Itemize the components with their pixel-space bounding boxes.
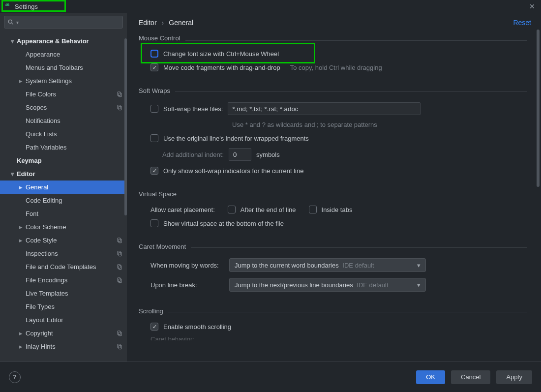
reset-link[interactable]: Reset	[513, 19, 531, 27]
tree-system-settings[interactable]: ▸System Settings	[0, 74, 127, 88]
tree-quick-lists[interactable]: Quick Lists	[0, 127, 127, 141]
tree-editor[interactable]: ▾ Editor	[0, 167, 127, 181]
by-words-label: When moving by words:	[150, 262, 224, 269]
svg-point-1	[8, 4, 8, 5]
apply-button[interactable]: Apply	[496, 370, 532, 384]
move-fragments-checkbox[interactable]	[150, 63, 158, 71]
inside-tabs-checkbox[interactable]	[309, 206, 317, 213]
svg-point-2	[8, 20, 12, 23]
tree-code-style[interactable]: ▸Code Style	[0, 234, 127, 247]
svg-rect-11	[119, 252, 121, 256]
breadcrumb-sep: ›	[162, 19, 164, 27]
project-badge-icon	[116, 91, 123, 98]
chevron-right-icon: ▸	[16, 330, 26, 337]
footer: ? OK Cancel Apply	[0, 362, 541, 392]
chevron-right-icon: ▸	[16, 77, 26, 85]
cancel-button[interactable]: Cancel	[451, 370, 490, 384]
tree-scopes[interactable]: Scopes	[0, 101, 127, 114]
svg-rect-5	[119, 93, 121, 97]
move-fragments-label: Move code fragments with drag-and-drop	[163, 64, 280, 71]
additional-indent-input[interactable]	[229, 148, 251, 161]
sidebar: ▾ ▾ Appearance & Behavior Appearance Men…	[0, 13, 127, 362]
tree-appearance[interactable]: Appearance	[0, 48, 127, 61]
section-scrolling-title: Scrolling	[139, 307, 163, 315]
search-icon	[7, 19, 14, 26]
svg-rect-18	[118, 344, 120, 348]
project-badge-icon	[116, 250, 123, 257]
show-virtual-space-checkbox[interactable]	[150, 219, 158, 227]
move-fragments-hint: To copy, hold Ctrl while dragging	[290, 64, 382, 71]
tree-font[interactable]: Font	[0, 207, 127, 220]
chevron-right-icon: ▸	[16, 183, 26, 191]
window-title: Settings	[15, 3, 38, 10]
ok-button[interactable]: OK	[416, 370, 445, 384]
svg-line-3	[12, 23, 13, 25]
settings-tree: ▾ Appearance & Behavior Appearance Menus…	[0, 31, 127, 362]
smooth-scroll-checkbox[interactable]	[150, 323, 158, 331]
tree-file-encodings[interactable]: File Encodings	[0, 273, 127, 287]
svg-rect-4	[118, 91, 120, 95]
svg-rect-10	[118, 251, 120, 255]
tree-path-variables[interactable]: Path Variables	[0, 141, 127, 154]
tree-live-templates[interactable]: Live Templates	[0, 287, 127, 300]
chevron-down-icon: ▾	[8, 37, 17, 45]
project-badge-icon	[116, 330, 123, 337]
breadcrumb-editor[interactable]: Editor	[139, 19, 157, 27]
project-badge-icon	[116, 277, 123, 284]
project-badge-icon	[116, 343, 123, 350]
android-logo-icon	[4, 3, 11, 10]
tree-file-code-templates[interactable]: File and Code Templates	[0, 260, 127, 273]
help-button[interactable]: ?	[9, 371, 21, 383]
svg-rect-19	[119, 345, 121, 349]
by-words-select[interactable]: Jump to the current word boundaries IDE …	[229, 258, 426, 272]
only-show-indicators-checkbox[interactable]	[150, 167, 158, 175]
tree-layout-editor[interactable]: Layout Editor	[0, 313, 127, 327]
tree-inspections[interactable]: Inspections	[0, 247, 127, 260]
soft-wrap-checkbox[interactable]	[150, 105, 158, 113]
chevron-right-icon: ▸	[16, 223, 26, 231]
only-show-indicators-label: Only show soft-wrap indicators for the c…	[163, 167, 303, 175]
change-font-checkbox[interactable]	[150, 50, 158, 58]
tree-color-scheme[interactable]: ▸Color Scheme	[0, 220, 127, 234]
section-virtual-space-title: Virtual Space	[139, 190, 177, 198]
svg-rect-8	[118, 238, 120, 241]
svg-rect-12	[118, 264, 120, 268]
soft-wrap-patterns-input[interactable]	[228, 102, 421, 115]
tree-inlay-hints[interactable]: ▸Inlay Hints	[0, 340, 127, 353]
breadcrumb: Editor › General	[139, 19, 193, 27]
section-mouse-title: Mouse Control	[139, 34, 180, 42]
chevron-right-icon: ▸	[16, 237, 26, 244]
chevron-down-icon: ▾	[8, 170, 17, 178]
tree-notifications[interactable]: Notifications	[0, 114, 127, 127]
section-softwraps-title: Soft Wraps	[139, 87, 170, 94]
close-icon[interactable]: ✕	[527, 2, 537, 10]
chevron-down-icon: ▾	[417, 262, 421, 269]
svg-rect-15	[119, 279, 121, 283]
after-eol-label: After the end of line	[240, 206, 296, 213]
breadcrumb-general: General	[169, 19, 193, 27]
caret-behavior-label: Caret behavior:	[139, 335, 527, 340]
tree-menus-toolbars[interactable]: Menus and Toolbars	[0, 61, 127, 74]
tree-code-editing[interactable]: Code Editing	[0, 194, 127, 207]
tree-copyright[interactable]: ▸Copyright	[0, 327, 127, 340]
use-original-indent-checkbox[interactable]	[150, 134, 158, 142]
search-input[interactable]: ▾	[4, 16, 123, 29]
show-virtual-space-label: Show virtual space at the bottom of the …	[163, 220, 284, 227]
tree-file-types[interactable]: File Types	[0, 300, 127, 313]
inside-tabs-label: Inside tabs	[322, 206, 353, 213]
svg-rect-13	[119, 266, 121, 270]
soft-wrap-label: Soft-wrap these files:	[163, 105, 223, 113]
after-eol-checkbox[interactable]	[228, 206, 236, 213]
svg-rect-14	[118, 277, 120, 281]
add-indent-label: Add additional indent:	[162, 151, 224, 158]
allow-caret-label: Allow caret placement:	[150, 206, 215, 213]
tree-file-colors[interactable]: File Colors	[0, 88, 127, 101]
tree-keymap[interactable]: Keymap	[0, 154, 127, 167]
tree-appearance-behavior[interactable]: ▾ Appearance & Behavior	[0, 34, 127, 48]
svg-rect-16	[118, 331, 120, 334]
chevron-right-icon: ▸	[16, 343, 26, 350]
svg-rect-9	[119, 239, 121, 243]
on-break-select[interactable]: Jump to the next/previous line boundarie…	[229, 278, 426, 292]
tree-general[interactable]: ▸General	[0, 181, 127, 194]
project-badge-icon	[116, 264, 123, 271]
